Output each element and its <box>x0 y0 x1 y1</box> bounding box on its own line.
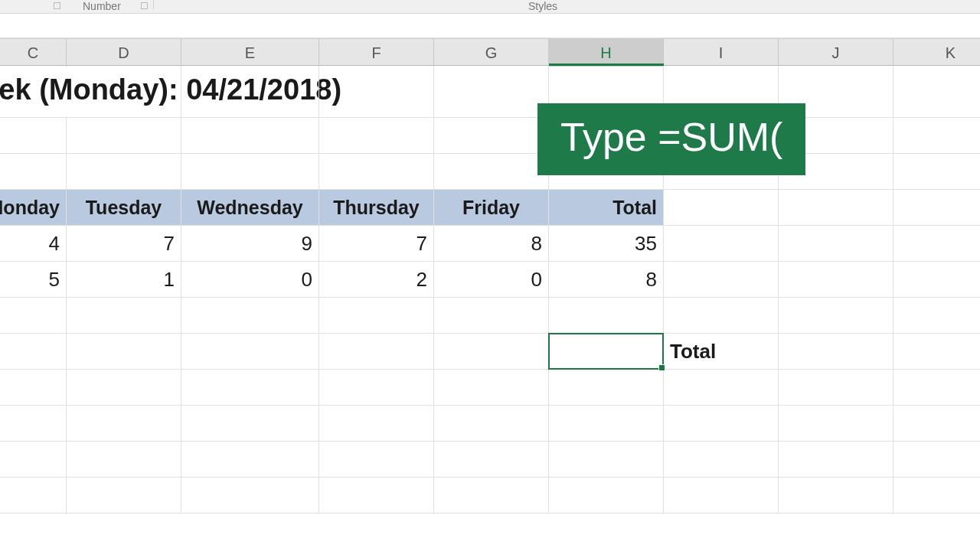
col-header-wednesday[interactable]: Wednesday <box>181 190 319 225</box>
cell-fri-2[interactable]: 0 <box>434 262 549 297</box>
col-header-J[interactable]: J <box>779 39 893 67</box>
col-header-total[interactable]: Total <box>549 190 664 225</box>
cell-thu-2[interactable]: 2 <box>319 262 434 297</box>
total-label: Total <box>670 340 716 364</box>
cell-wed-1[interactable]: 9 <box>181 226 319 261</box>
total-label-cell[interactable]: Total <box>664 334 779 369</box>
col-header-tuesday[interactable]: Tuesday <box>67 190 181 225</box>
col-header-E[interactable]: E <box>181 39 319 67</box>
cell-mon-1[interactable]: 4 <box>0 226 67 261</box>
table-header-row: Monday Tuesday Wednesday Thursday Friday… <box>0 190 980 226</box>
cell-tue-1[interactable]: 7 <box>67 226 181 261</box>
cell-fri-1[interactable]: 8 <box>434 226 549 261</box>
col-header-monday[interactable]: Monday <box>0 190 67 225</box>
col-header-G[interactable]: G <box>434 39 549 67</box>
column-headers-row: C D E F G H I J K <box>0 38 980 66</box>
table-row: 4 7 9 7 8 35 <box>0 226 980 262</box>
spreadsheet-grid[interactable]: C D E F G H I J K Week (Monday): 04/21/2… <box>0 38 980 551</box>
selected-cell[interactable] <box>549 334 664 369</box>
ribbon-group-labels: Number Styles <box>0 0 980 14</box>
col-header-friday[interactable]: Friday <box>434 190 549 225</box>
col-header-C[interactable]: C <box>0 39 67 67</box>
col-header-F[interactable]: F <box>319 39 434 67</box>
col-header-H[interactable]: H <box>549 39 664 67</box>
col-header-thursday[interactable]: Thursday <box>319 190 434 225</box>
col-header-K[interactable]: K <box>893 39 980 67</box>
instruction-callout: Type =SUM( <box>537 103 805 175</box>
col-header-D[interactable]: D <box>67 39 181 67</box>
cell-total-2[interactable]: 8 <box>549 262 664 297</box>
cell-thu-1[interactable]: 7 <box>319 226 434 261</box>
ribbon-group-styles: Styles <box>528 0 557 12</box>
cell-total-1[interactable]: 35 <box>549 226 664 261</box>
cells-area[interactable]: Week (Monday): 04/21/2018) <box>0 66 980 551</box>
cell-tue-2[interactable]: 1 <box>67 262 181 297</box>
ribbon-group-number: Number <box>83 0 121 12</box>
table-row: 5 1 0 2 0 8 <box>0 262 980 298</box>
dialog-launcher-icon[interactable] <box>54 2 60 9</box>
formula-bar-strip <box>0 14 980 38</box>
cell-wed-2[interactable]: 0 <box>181 262 319 297</box>
cell-mon-2[interactable]: 5 <box>0 262 67 297</box>
col-header-I[interactable]: I <box>664 39 779 67</box>
